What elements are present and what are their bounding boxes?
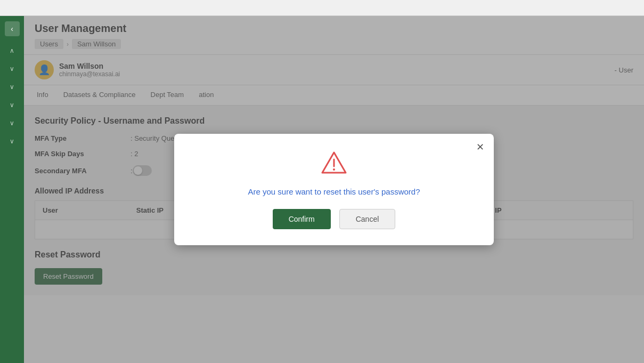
sidebar-toggle[interactable]: ‹	[5, 21, 20, 36]
sidebar-chevron-2: ∨	[10, 65, 14, 72]
sidebar-chevron-4: ∨	[10, 101, 14, 109]
modal-close-button[interactable]: ✕	[476, 141, 484, 153]
warning-triangle-icon	[321, 150, 347, 176]
modal-overlay: ✕ Are you sure want to reset this user's…	[24, 16, 644, 363]
cancel-button[interactable]: Cancel	[339, 209, 396, 229]
sidebar-chevron-1: ∧	[10, 47, 14, 54]
top-bar	[0, 0, 644, 16]
sidebar-chevron-6: ∨	[10, 138, 14, 145]
sidebar: ‹ ∧ ∨ ∨ ∨ ∨ ∨	[0, 16, 24, 363]
confirm-modal: ✕ Are you sure want to reset this user's…	[174, 134, 494, 245]
modal-icon	[190, 150, 478, 179]
modal-message: Are you sure want to reset this user's p…	[190, 187, 478, 196]
main-content: User Management Users › Sam Willson 👤 Sa…	[24, 16, 644, 363]
sidebar-chevron-3: ∨	[10, 83, 14, 91]
svg-point-2	[333, 168, 335, 171]
confirm-button[interactable]: Confirm	[273, 209, 331, 229]
sidebar-chevron-5: ∨	[10, 119, 14, 127]
modal-actions: Confirm Cancel	[190, 209, 478, 229]
